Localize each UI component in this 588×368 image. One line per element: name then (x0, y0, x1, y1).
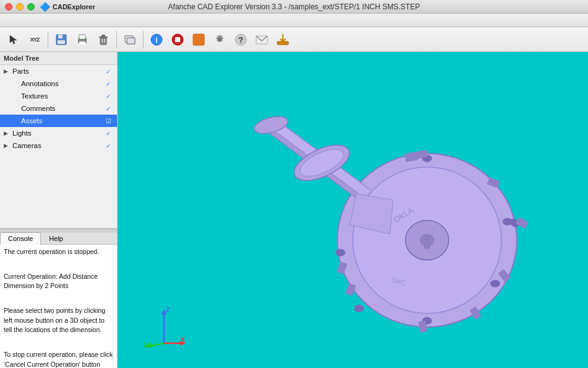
tree-item-assets[interactable]: ▶ Assets ☑ (0, 115, 117, 127)
tree-item-comments[interactable]: ▶ Comments ✓ (0, 102, 117, 115)
lights-arrow: ▶ (4, 130, 11, 136)
lights-label: Lights (12, 129, 103, 137)
cameras-checkbox[interactable]: ✓ (103, 142, 113, 149)
console-line-5: Please select two points by clicking lef… (4, 306, 113, 335)
console-line-3: Current Operation: Add Distance Dimensio… (4, 272, 113, 292)
textures-label: Textures (21, 92, 103, 100)
comments-checkbox[interactable]: ✓ (103, 105, 113, 112)
console-line-6 (4, 338, 113, 348)
svg-point-30 (503, 218, 512, 226)
svg-point-7 (85, 39, 86, 40)
download-button[interactable] (273, 30, 293, 50)
tab-console[interactable]: Console (0, 232, 41, 245)
svg-rect-42 (516, 217, 529, 229)
assets-label: Assets (21, 117, 103, 125)
console-line-1: The current operation is stopped. (4, 247, 113, 257)
save-button[interactable] (51, 30, 71, 50)
tree-item-annotations[interactable]: ▶ Annotations ✓ (0, 77, 117, 90)
xyz-button[interactable]: XYZ (25, 30, 45, 50)
toolbar: XYZ i ? (0, 27, 588, 52)
svg-marker-0 (10, 35, 17, 44)
cursor-tool-button[interactable] (4, 30, 24, 50)
svg-text:X: X (181, 336, 185, 343)
svg-text:i: i (155, 35, 157, 44)
svg-rect-18 (175, 37, 180, 42)
orange-button[interactable] (189, 30, 209, 50)
parts-checkbox[interactable]: ✓ (103, 68, 113, 75)
svg-rect-8 (100, 37, 106, 45)
window-button[interactable] (120, 30, 140, 50)
minimize-button[interactable] (16, 3, 24, 11)
tree-item-textures[interactable]: ▶ Textures ✓ (0, 90, 117, 102)
window-title: Afanche CAD Explorer Version 3.3 - /samp… (168, 2, 420, 11)
annotations-label: Annotations (21, 80, 103, 87)
cad-3d-object: OKLA SMC (179, 79, 526, 352)
svg-text:Y: Y (144, 342, 148, 349)
separator-1 (48, 31, 48, 48)
app-name: 🔷 CADExplorer (40, 2, 95, 12)
svg-text:?: ? (238, 35, 243, 44)
tree-item-lights[interactable]: ▶ Lights ✓ (0, 127, 117, 139)
settings-button[interactable] (210, 30, 230, 50)
maximize-button[interactable] (27, 3, 35, 11)
parts-label: Parts (12, 68, 103, 75)
svg-rect-44 (345, 283, 356, 296)
svg-rect-9 (99, 37, 108, 38)
textures-checkbox[interactable]: ✓ (103, 93, 113, 100)
stop-button[interactable] (168, 30, 188, 50)
comments-label: Comments (21, 105, 103, 112)
print-button[interactable] (72, 30, 92, 50)
console-tabs: Console Help (0, 232, 117, 245)
svg-rect-52 (424, 240, 430, 249)
svg-rect-2 (58, 35, 63, 38)
cad-svg: OKLA SMC (179, 79, 538, 364)
svg-point-31 (490, 280, 500, 287)
svg-point-34 (335, 249, 345, 256)
tree-item-parts[interactable]: ▶ Parts ✓ (0, 65, 117, 77)
assets-checkbox[interactable]: ☑ (103, 118, 113, 125)
titlebar: 🔷 CADExplorer Afanche CAD Explorer Versi… (0, 0, 588, 14)
separator-3 (143, 31, 144, 48)
model-tree-header: Model Tree (0, 52, 117, 65)
delete-button[interactable] (93, 30, 113, 50)
menubar (0, 14, 588, 27)
console-line-2 (4, 260, 113, 269)
axes-indicator: Z X Y (142, 306, 186, 349)
svg-rect-10 (102, 35, 105, 37)
annotations-checkbox[interactable]: ✓ (103, 81, 113, 87)
console-line-4 (4, 294, 113, 304)
close-button[interactable] (5, 3, 12, 11)
svg-rect-5 (79, 35, 85, 39)
console-line-7: To stop current operation, please click … (4, 350, 113, 368)
viewport[interactable]: OKLA SMC Z X Y (118, 52, 588, 368)
svg-rect-3 (58, 40, 65, 44)
svg-text:Z: Z (166, 307, 170, 313)
svg-point-33 (354, 305, 364, 312)
traffic-lights (5, 3, 35, 11)
help-circle-button[interactable]: ? (231, 30, 251, 50)
svg-rect-19 (193, 34, 204, 45)
parts-arrow: ▶ (4, 68, 11, 74)
model-tree: Model Tree ▶ Parts ✓ ▶ Annotations ✓ ▶ T… (0, 52, 117, 228)
info-button[interactable]: i (147, 30, 166, 50)
console-area: Console Help The current operation is st… (0, 232, 117, 368)
svg-rect-6 (79, 42, 85, 45)
main-content: Model Tree ▶ Parts ✓ ▶ Annotations ✓ ▶ T… (0, 52, 588, 368)
cameras-label: Cameras (12, 142, 103, 149)
cameras-arrow: ▶ (4, 142, 11, 149)
lights-checkbox[interactable]: ✓ (103, 130, 113, 137)
tree-item-cameras[interactable]: ▶ Cameras ✓ (0, 139, 117, 152)
svg-rect-14 (127, 38, 135, 44)
left-panel: Model Tree ▶ Parts ✓ ▶ Annotations ✓ ▶ T… (0, 52, 118, 368)
tab-help[interactable]: Help (41, 232, 71, 244)
console-content: The current operation is stopped. Curren… (0, 245, 117, 368)
separator-2 (116, 31, 117, 48)
email-button[interactable] (252, 30, 272, 50)
